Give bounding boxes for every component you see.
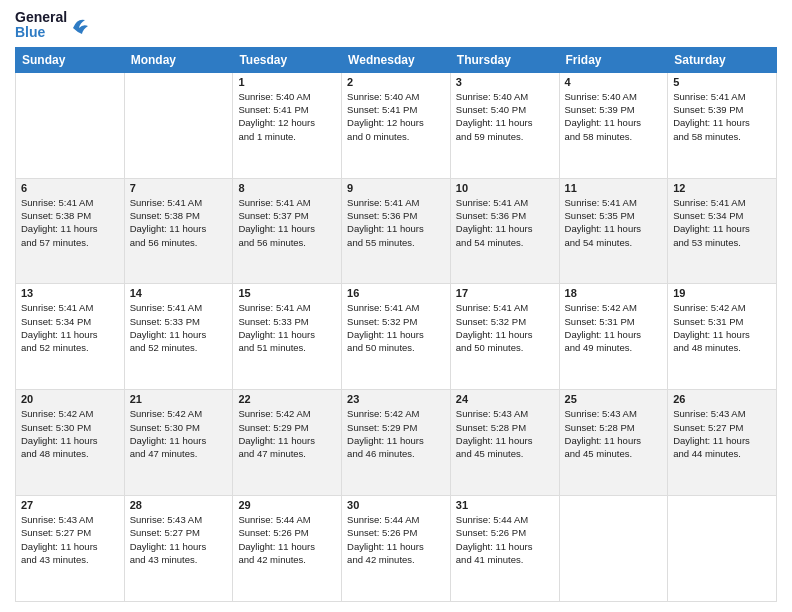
day-detail: Sunrise: 5:42 AM Sunset: 5:29 PM Dayligh…	[238, 407, 336, 460]
day-number: 7	[130, 182, 228, 194]
calendar-week-row: 13Sunrise: 5:41 AM Sunset: 5:34 PM Dayli…	[16, 284, 777, 390]
day-detail: Sunrise: 5:41 AM Sunset: 5:38 PM Dayligh…	[130, 196, 228, 249]
calendar-day-header: Friday	[559, 47, 668, 72]
day-number: 11	[565, 182, 663, 194]
day-number: 4	[565, 76, 663, 88]
day-detail: Sunrise: 5:42 AM Sunset: 5:29 PM Dayligh…	[347, 407, 445, 460]
calendar-cell: 14Sunrise: 5:41 AM Sunset: 5:33 PM Dayli…	[124, 284, 233, 390]
calendar-cell: 25Sunrise: 5:43 AM Sunset: 5:28 PM Dayli…	[559, 390, 668, 496]
day-number: 5	[673, 76, 771, 88]
calendar-cell: 21Sunrise: 5:42 AM Sunset: 5:30 PM Dayli…	[124, 390, 233, 496]
calendar-cell: 26Sunrise: 5:43 AM Sunset: 5:27 PM Dayli…	[668, 390, 777, 496]
calendar-cell: 5Sunrise: 5:41 AM Sunset: 5:39 PM Daylig…	[668, 72, 777, 178]
calendar-week-row: 1Sunrise: 5:40 AM Sunset: 5:41 PM Daylig…	[16, 72, 777, 178]
day-number: 17	[456, 287, 554, 299]
day-detail: Sunrise: 5:40 AM Sunset: 5:39 PM Dayligh…	[565, 90, 663, 143]
day-detail: Sunrise: 5:44 AM Sunset: 5:26 PM Dayligh…	[238, 513, 336, 566]
calendar-week-row: 6Sunrise: 5:41 AM Sunset: 5:38 PM Daylig…	[16, 178, 777, 284]
day-detail: Sunrise: 5:43 AM Sunset: 5:27 PM Dayligh…	[673, 407, 771, 460]
calendar-cell: 13Sunrise: 5:41 AM Sunset: 5:34 PM Dayli…	[16, 284, 125, 390]
calendar-cell: 10Sunrise: 5:41 AM Sunset: 5:36 PM Dayli…	[450, 178, 559, 284]
day-number: 27	[21, 499, 119, 511]
calendar-day-header: Saturday	[668, 47, 777, 72]
day-detail: Sunrise: 5:42 AM Sunset: 5:31 PM Dayligh…	[673, 301, 771, 354]
day-number: 22	[238, 393, 336, 405]
day-number: 26	[673, 393, 771, 405]
day-detail: Sunrise: 5:41 AM Sunset: 5:35 PM Dayligh…	[565, 196, 663, 249]
calendar-header-row: SundayMondayTuesdayWednesdayThursdayFrid…	[16, 47, 777, 72]
calendar-cell: 9Sunrise: 5:41 AM Sunset: 5:36 PM Daylig…	[342, 178, 451, 284]
day-number: 19	[673, 287, 771, 299]
calendar-cell: 7Sunrise: 5:41 AM Sunset: 5:38 PM Daylig…	[124, 178, 233, 284]
day-detail: Sunrise: 5:41 AM Sunset: 5:32 PM Dayligh…	[347, 301, 445, 354]
day-detail: Sunrise: 5:41 AM Sunset: 5:34 PM Dayligh…	[21, 301, 119, 354]
day-number: 9	[347, 182, 445, 194]
calendar-cell: 27Sunrise: 5:43 AM Sunset: 5:27 PM Dayli…	[16, 496, 125, 602]
day-number: 21	[130, 393, 228, 405]
day-detail: Sunrise: 5:41 AM Sunset: 5:38 PM Dayligh…	[21, 196, 119, 249]
logo: General Blue	[15, 10, 89, 41]
day-number: 13	[21, 287, 119, 299]
day-number: 24	[456, 393, 554, 405]
day-number: 29	[238, 499, 336, 511]
day-detail: Sunrise: 5:41 AM Sunset: 5:36 PM Dayligh…	[347, 196, 445, 249]
calendar-cell: 20Sunrise: 5:42 AM Sunset: 5:30 PM Dayli…	[16, 390, 125, 496]
day-detail: Sunrise: 5:44 AM Sunset: 5:26 PM Dayligh…	[456, 513, 554, 566]
calendar-cell	[124, 72, 233, 178]
calendar-day-header: Wednesday	[342, 47, 451, 72]
day-number: 8	[238, 182, 336, 194]
day-detail: Sunrise: 5:42 AM Sunset: 5:30 PM Dayligh…	[130, 407, 228, 460]
logo-text-blue: Blue	[15, 25, 67, 40]
day-detail: Sunrise: 5:43 AM Sunset: 5:27 PM Dayligh…	[21, 513, 119, 566]
calendar-cell: 29Sunrise: 5:44 AM Sunset: 5:26 PM Dayli…	[233, 496, 342, 602]
calendar-cell	[668, 496, 777, 602]
calendar-day-header: Sunday	[16, 47, 125, 72]
day-number: 10	[456, 182, 554, 194]
calendar-day-header: Thursday	[450, 47, 559, 72]
day-detail: Sunrise: 5:41 AM Sunset: 5:33 PM Dayligh…	[130, 301, 228, 354]
day-number: 15	[238, 287, 336, 299]
calendar-table: SundayMondayTuesdayWednesdayThursdayFrid…	[15, 47, 777, 602]
calendar-cell: 12Sunrise: 5:41 AM Sunset: 5:34 PM Dayli…	[668, 178, 777, 284]
day-detail: Sunrise: 5:43 AM Sunset: 5:27 PM Dayligh…	[130, 513, 228, 566]
day-detail: Sunrise: 5:41 AM Sunset: 5:39 PM Dayligh…	[673, 90, 771, 143]
day-detail: Sunrise: 5:42 AM Sunset: 5:31 PM Dayligh…	[565, 301, 663, 354]
calendar-cell: 16Sunrise: 5:41 AM Sunset: 5:32 PM Dayli…	[342, 284, 451, 390]
calendar-cell: 28Sunrise: 5:43 AM Sunset: 5:27 PM Dayli…	[124, 496, 233, 602]
calendar-cell: 17Sunrise: 5:41 AM Sunset: 5:32 PM Dayli…	[450, 284, 559, 390]
day-number: 31	[456, 499, 554, 511]
logo-text-general: General	[15, 10, 67, 25]
calendar-cell: 24Sunrise: 5:43 AM Sunset: 5:28 PM Dayli…	[450, 390, 559, 496]
day-detail: Sunrise: 5:40 AM Sunset: 5:41 PM Dayligh…	[347, 90, 445, 143]
day-number: 30	[347, 499, 445, 511]
day-detail: Sunrise: 5:43 AM Sunset: 5:28 PM Dayligh…	[456, 407, 554, 460]
calendar-cell: 31Sunrise: 5:44 AM Sunset: 5:26 PM Dayli…	[450, 496, 559, 602]
day-number: 2	[347, 76, 445, 88]
day-detail: Sunrise: 5:42 AM Sunset: 5:30 PM Dayligh…	[21, 407, 119, 460]
calendar-cell: 15Sunrise: 5:41 AM Sunset: 5:33 PM Dayli…	[233, 284, 342, 390]
calendar-week-row: 27Sunrise: 5:43 AM Sunset: 5:27 PM Dayli…	[16, 496, 777, 602]
day-detail: Sunrise: 5:41 AM Sunset: 5:34 PM Dayligh…	[673, 196, 771, 249]
calendar-day-header: Tuesday	[233, 47, 342, 72]
calendar-cell: 2Sunrise: 5:40 AM Sunset: 5:41 PM Daylig…	[342, 72, 451, 178]
logo-bird-icon	[69, 14, 89, 38]
calendar-cell	[16, 72, 125, 178]
calendar-cell: 6Sunrise: 5:41 AM Sunset: 5:38 PM Daylig…	[16, 178, 125, 284]
day-number: 18	[565, 287, 663, 299]
day-detail: Sunrise: 5:44 AM Sunset: 5:26 PM Dayligh…	[347, 513, 445, 566]
calendar-cell: 1Sunrise: 5:40 AM Sunset: 5:41 PM Daylig…	[233, 72, 342, 178]
calendar-day-header: Monday	[124, 47, 233, 72]
day-detail: Sunrise: 5:41 AM Sunset: 5:33 PM Dayligh…	[238, 301, 336, 354]
day-number: 6	[21, 182, 119, 194]
day-detail: Sunrise: 5:43 AM Sunset: 5:28 PM Dayligh…	[565, 407, 663, 460]
day-number: 12	[673, 182, 771, 194]
page: General Blue SundayMondayTuesdayWednesda…	[0, 0, 792, 612]
calendar-cell: 11Sunrise: 5:41 AM Sunset: 5:35 PM Dayli…	[559, 178, 668, 284]
day-detail: Sunrise: 5:41 AM Sunset: 5:36 PM Dayligh…	[456, 196, 554, 249]
calendar-cell	[559, 496, 668, 602]
day-detail: Sunrise: 5:41 AM Sunset: 5:32 PM Dayligh…	[456, 301, 554, 354]
day-number: 28	[130, 499, 228, 511]
calendar-week-row: 20Sunrise: 5:42 AM Sunset: 5:30 PM Dayli…	[16, 390, 777, 496]
day-detail: Sunrise: 5:40 AM Sunset: 5:41 PM Dayligh…	[238, 90, 336, 143]
day-number: 14	[130, 287, 228, 299]
